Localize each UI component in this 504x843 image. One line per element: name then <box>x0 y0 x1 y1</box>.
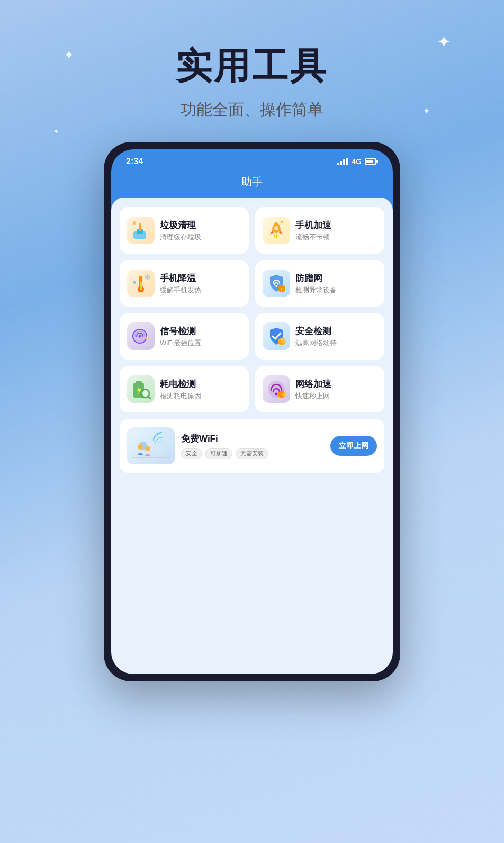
battery-search-icon <box>127 375 155 403</box>
tool-desc-security: 远离网络劫持 <box>295 338 337 348</box>
tool-info-boost: 手机加速 流畅不卡顿 <box>295 219 331 242</box>
signal-bars-icon <box>337 158 348 165</box>
svg-text:!: ! <box>147 335 148 340</box>
tool-info-anti: 防蹭网 检测异常设备 <box>295 272 337 295</box>
app-title: 助手 <box>111 171 393 198</box>
tool-desc-net-boost: 快速秒上网 <box>295 391 331 401</box>
tool-card-anti-freeload[interactable]: ! 防蹭网 检测异常设备 <box>255 260 384 307</box>
tool-row-3: ! 信号检测 WiFi最强位置 <box>120 313 384 360</box>
tool-name-junk: 垃圾清理 <box>160 219 201 231</box>
tool-name-battery: 耗电检测 <box>160 378 201 390</box>
svg-point-9 <box>274 226 278 230</box>
svg-text:✦: ✦ <box>132 220 136 226</box>
tool-card-battery[interactable]: 耗电检测 检测耗电原因 <box>120 366 249 412</box>
svg-rect-16 <box>140 282 142 290</box>
svg-text:❄: ❄ <box>144 273 151 282</box>
tool-desc-junk: 清理缓存垃圾 <box>160 232 201 242</box>
rocket-icon: ✦ <box>263 217 290 244</box>
tool-row-2: ❄ 手机降温 缓解手机发热 <box>120 260 384 307</box>
svg-line-13 <box>278 235 278 237</box>
wifi-illustration <box>127 427 175 464</box>
tool-card-phone-boost[interactable]: ✦ 手机加速 流畅不卡顿 <box>255 207 384 254</box>
sparkle-icon-2: ✦ <box>437 32 451 52</box>
tool-name-boost: 手机加速 <box>295 219 331 231</box>
tool-row-4: 耗电检测 检测耗电原因 <box>120 366 384 412</box>
shield-wifi-icon: ! <box>263 270 290 297</box>
tool-card-security[interactable]: ⚡ 安全检测 远离网络劫持 <box>255 313 384 360</box>
wifi-tag-safe: 安全 <box>181 448 202 459</box>
svg-point-32 <box>142 391 148 396</box>
tool-card-net-boost[interactable]: ⚡ 网络加速 快速秒上网 <box>255 366 384 412</box>
main-title: 实用工具 <box>176 42 328 91</box>
tool-desc-signal: WiFi最强位置 <box>160 338 201 348</box>
svg-point-38 <box>138 444 143 450</box>
tool-name-cool: 手机降温 <box>160 272 201 284</box>
wifi-info: 免费WiFi 安全 可加速 无需安装 <box>181 433 324 459</box>
status-right: 4G <box>337 157 378 166</box>
svg-text:⚡: ⚡ <box>281 391 288 398</box>
tool-info-battery: 耗电检测 检测耗电原因 <box>160 378 201 401</box>
network-type: 4G <box>352 157 362 166</box>
header-section: 实用工具 功能全面、操作简单 <box>176 0 328 121</box>
phone-mockup: 2:34 4G 助手 <box>104 142 400 681</box>
wifi-tag-speed: 可加速 <box>205 448 232 459</box>
tool-card-signal[interactable]: ! 信号检测 WiFi最强位置 <box>120 313 249 360</box>
svg-text:✦: ✦ <box>280 219 284 225</box>
svg-point-18 <box>133 281 136 284</box>
tool-card-junk-clean[interactable]: ✦ 垃圾清理 清理缓存垃圾 <box>120 207 249 254</box>
svg-line-31 <box>148 397 150 399</box>
svg-text:!: ! <box>281 286 282 292</box>
svg-text:⚡: ⚡ <box>281 338 287 345</box>
content-area: ✦ 垃圾清理 清理缓存垃圾 <box>111 198 393 674</box>
svg-rect-2 <box>139 223 141 231</box>
tool-name-security: 安全检测 <box>295 325 337 337</box>
svg-rect-29 <box>136 381 142 384</box>
wifi-title: 免费WiFi <box>181 433 324 445</box>
tool-info-signal: 信号检测 WiFi最强位置 <box>160 325 201 348</box>
tool-desc-boost: 流畅不卡顿 <box>295 232 331 242</box>
status-time: 2:34 <box>126 157 143 166</box>
svg-point-34 <box>275 393 278 396</box>
svg-point-39 <box>145 446 150 451</box>
wifi-tags: 安全 可加速 无需安装 <box>181 448 324 459</box>
broom-icon: ✦ <box>127 217 155 244</box>
thermometer-icon: ❄ <box>127 270 155 297</box>
tool-info-junk: 垃圾清理 清理缓存垃圾 <box>160 219 201 242</box>
sparkle-icon-3: ✦ <box>423 106 430 116</box>
battery-icon <box>365 158 378 165</box>
svg-line-11 <box>274 235 275 237</box>
signal-icon: ! <box>127 322 155 350</box>
svg-point-24 <box>139 335 141 338</box>
tool-info-net-boost: 网络加速 快速秒上网 <box>295 378 331 401</box>
wifi-card[interactable]: 免费WiFi 安全 可加速 无需安装 立即上网 <box>120 419 384 473</box>
status-bar: 2:34 4G <box>111 149 393 171</box>
wifi-tag-noinstall: 无需安装 <box>236 448 268 459</box>
tool-info-cool: 手机降温 缓解手机发热 <box>160 272 201 295</box>
security-shield-icon: ⚡ <box>263 322 290 350</box>
tool-desc-cool: 缓解手机发热 <box>160 285 201 295</box>
tool-name-anti: 防蹭网 <box>295 272 337 284</box>
network-wifi-icon: ⚡ <box>263 375 290 403</box>
tool-desc-anti: 检测异常设备 <box>295 285 337 295</box>
sparkle-icon-4: ✦ <box>53 127 59 136</box>
svg-point-19 <box>275 285 277 287</box>
wifi-connect-button[interactable]: 立即上网 <box>330 436 377 456</box>
sparkle-icon: ✦ <box>64 48 74 62</box>
tool-desc-battery: 检测耗电原因 <box>160 391 201 401</box>
sub-title: 功能全面、操作简单 <box>176 99 328 121</box>
tool-info-security: 安全检测 远离网络劫持 <box>295 325 337 348</box>
tool-name-net-boost: 网络加速 <box>295 378 331 390</box>
phone-inner: 2:34 4G 助手 <box>111 149 393 674</box>
tool-row-1: ✦ 垃圾清理 清理缓存垃圾 <box>120 207 384 254</box>
tool-card-cool-down[interactable]: ❄ 手机降温 缓解手机发热 <box>120 260 249 307</box>
tool-name-signal: 信号检测 <box>160 325 201 337</box>
